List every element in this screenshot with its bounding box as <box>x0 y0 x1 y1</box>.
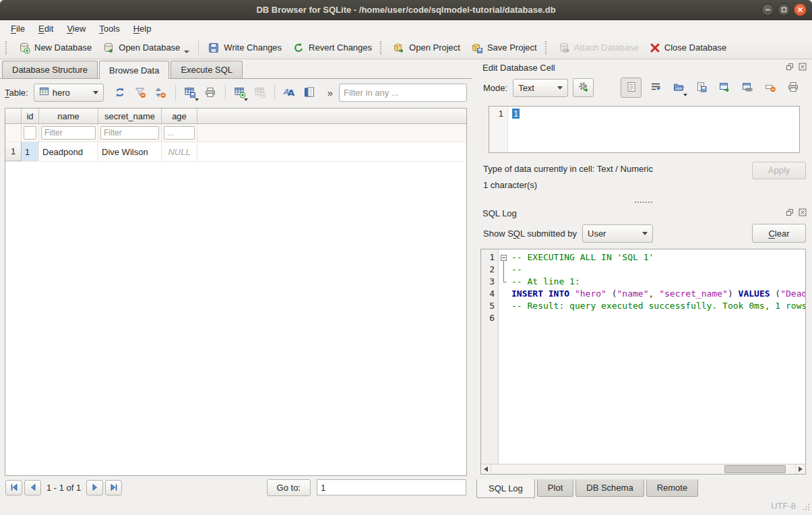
import-cell-button[interactable] <box>669 79 687 96</box>
cell-editor-text[interactable]: 1 <box>508 107 799 152</box>
close-button[interactable] <box>794 3 807 16</box>
menu-help[interactable]: Help <box>127 22 158 36</box>
clear-log-button[interactable]: Clear <box>752 224 806 243</box>
selected-text: 1 <box>512 109 520 119</box>
attach-database-icon <box>558 42 570 54</box>
sql-source-combo[interactable]: User <box>582 224 653 243</box>
caret-down-icon <box>642 232 648 235</box>
word-wrap-button[interactable] <box>646 79 664 96</box>
clear-filters-button[interactable] <box>131 84 150 102</box>
cell-editor[interactable]: 1 1 <box>489 106 800 153</box>
print-button[interactable] <box>201 84 220 102</box>
goto-button[interactable]: Go to: <box>267 479 311 496</box>
delete-record-button[interactable] <box>251 84 269 102</box>
scrollbar-thumb[interactable] <box>724 465 786 473</box>
encoding-button[interactable] <box>301 84 319 102</box>
tab-remote[interactable]: Remote <box>646 479 699 497</box>
dock-float-button[interactable] <box>785 209 794 218</box>
save-project-button[interactable]: Save Project <box>466 39 542 57</box>
filter-age[interactable]: ... <box>162 124 197 142</box>
filter-any-column-input[interactable] <box>339 84 467 102</box>
cell-name[interactable]: Deadpond <box>39 142 98 161</box>
sql-log-view[interactable]: 1 2 3 4 5 6 -- EXECUTING ALL IN 'SQL 1' <box>480 249 806 475</box>
insert-record-button[interactable] <box>230 84 249 102</box>
column-header-id[interactable]: id <box>22 109 39 124</box>
tab-execute-sql[interactable]: Execute SQL <box>170 61 243 78</box>
open-in-window-icon <box>718 81 730 95</box>
mode-combo[interactable]: Text <box>513 79 568 97</box>
fold-collapse-icon[interactable] <box>501 255 507 261</box>
next-record-button[interactable] <box>86 480 103 495</box>
minimize-button[interactable] <box>761 3 774 16</box>
open-database-dropdown-icon[interactable] <box>184 51 189 53</box>
filter-secret-name[interactable]: Filter <box>98 124 162 142</box>
write-changes-button[interactable]: Write Changes <box>202 39 287 57</box>
font-settings-button[interactable]: AA <box>280 84 299 102</box>
menu-tools[interactable]: Tools <box>92 22 126 36</box>
tab-plot[interactable]: Plot <box>537 479 573 497</box>
first-record-button[interactable] <box>5 480 22 495</box>
last-record-button[interactable] <box>105 480 122 495</box>
copy-link-button[interactable] <box>738 79 756 96</box>
revert-changes-button[interactable]: Revert Changes <box>287 39 377 57</box>
toolbar-drag-handle[interactable] <box>545 41 550 55</box>
menu-file[interactable]: File <box>4 22 32 36</box>
toolbar-drag-handle[interactable] <box>380 41 385 55</box>
table-select-combo[interactable]: hero <box>34 84 104 102</box>
column-header-name[interactable]: name <box>39 109 98 124</box>
previous-record-button[interactable] <box>24 480 41 495</box>
set-null-icon <box>764 81 776 95</box>
filter-name[interactable]: Filter <box>39 124 98 142</box>
row-header[interactable]: 1 <box>5 142 22 161</box>
clear-sort-button[interactable] <box>152 84 170 102</box>
dock-float-button[interactable] <box>785 63 794 73</box>
filter-id[interactable] <box>22 124 39 142</box>
open-project-button[interactable]: Open Project <box>387 39 466 57</box>
horizontal-scrollbar[interactable] <box>481 464 805 474</box>
sql-log-text: -- EXECUTING ALL IN 'SQL 1' -- -- At lin… <box>510 249 805 464</box>
save-table-button[interactable] <box>181 84 199 102</box>
auto-switch-mode-button[interactable] <box>573 78 594 97</box>
menu-view[interactable]: View <box>60 22 92 36</box>
tab-db-schema[interactable]: DB Schema <box>575 479 644 497</box>
filter-id-input[interactable] <box>24 126 36 140</box>
open-database-button[interactable]: Open Database <box>97 39 195 57</box>
goto-record-input[interactable] <box>317 479 466 495</box>
grid-corner-cell[interactable] <box>5 109 22 124</box>
filter-name-input[interactable]: Filter <box>41 126 96 140</box>
refresh-button[interactable] <box>111 84 129 102</box>
close-database-button[interactable]: Close Database <box>644 40 732 56</box>
attach-database-button[interactable]: Attach Database <box>553 39 644 57</box>
open-in-app-button[interactable] <box>715 79 733 96</box>
maximize-button[interactable] <box>778 3 790 16</box>
text-mode-button[interactable] <box>621 78 642 98</box>
resize-grip[interactable] <box>801 502 810 513</box>
column-header-secret-name[interactable]: secret_name <box>98 109 162 124</box>
tab-sql-log[interactable]: SQL Log <box>476 479 535 498</box>
menu-edit[interactable]: Edit <box>32 22 60 36</box>
dock-splitter[interactable] <box>475 198 812 206</box>
print-cell-button[interactable] <box>784 79 802 96</box>
tab-database-structure[interactable]: Database Structure <box>2 61 98 78</box>
new-database-button[interactable]: New Database <box>13 39 97 57</box>
toolbar-separator <box>225 85 226 100</box>
svg-text:A: A <box>288 88 294 98</box>
set-null-button[interactable] <box>761 79 779 96</box>
dock-close-button[interactable] <box>798 63 807 73</box>
cell-age[interactable]: NULL <box>162 142 197 161</box>
row-filler <box>197 142 466 161</box>
tab-browse-data[interactable]: Browse Data <box>99 61 169 79</box>
cell-secret-name[interactable]: Dive Wilson <box>98 142 162 161</box>
export-cell-button[interactable] <box>692 79 710 96</box>
filter-secret-name-input[interactable]: Filter <box>100 126 159 140</box>
scroll-left-button[interactable] <box>481 464 491 474</box>
toolbar-drag-handle[interactable] <box>5 41 10 55</box>
scroll-right-button[interactable] <box>795 464 805 474</box>
toolbar-overflow-chevron[interactable]: » <box>327 87 333 98</box>
filter-age-input[interactable]: ... <box>164 126 195 140</box>
dock-close-button[interactable] <box>798 209 807 218</box>
column-header-age[interactable]: age <box>162 109 197 124</box>
cell-id[interactable]: 1 <box>22 142 39 161</box>
fold-margin <box>499 249 510 464</box>
apply-button[interactable]: Apply <box>752 162 806 179</box>
